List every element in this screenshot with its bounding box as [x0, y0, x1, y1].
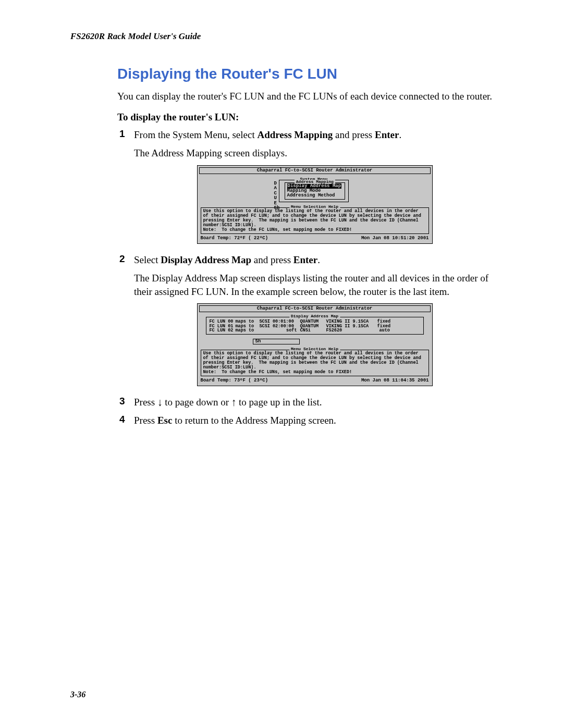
address-mapping-menu-frame: Address Mapping Display Address Map Mapp… [285, 182, 346, 200]
display-address-map-frame: Display Address Map FC LUN 00maps toSCSI… [206, 317, 424, 335]
step-4-text: Press [134, 415, 157, 426]
step-3: Press ↓ to page down or ↑ to page up in … [117, 396, 495, 409]
step-1-result: The Address Mapping screen displays. [134, 146, 495, 160]
running-header: FS2620R Rack Model User's Guide [70, 31, 495, 42]
step-3-text: Press [134, 397, 157, 408]
menu-item-addressing-method: Addressing Method [287, 193, 342, 198]
step-1-text3: . [399, 129, 401, 140]
help-frame-2: Menu Selection Help Use this option to d… [201, 350, 429, 376]
status-datetime-2: Mon Jan 08 11:04:35 2001 [361, 378, 429, 383]
menu-name-display-address-map: Display Address Map [161, 254, 251, 265]
terminal-title: Chaparral FC-to-SCSI Router Administrato… [199, 167, 431, 174]
sh-box: Sh [253, 339, 300, 344]
key-enter-2: Enter [293, 254, 317, 265]
step-2-text3: . [317, 254, 320, 265]
help-frame-label-2: Menu Selection Help [289, 347, 340, 351]
help-frame: Menu Selection Help Use this option to d… [201, 207, 429, 234]
page-number: 3-36 [70, 690, 85, 699]
key-enter: Enter [375, 129, 399, 140]
step-3-text3: to page up in the list. [236, 397, 322, 408]
status-temp-2: Board Temp: 73ºF ( 23ºC) [201, 378, 268, 383]
table-row: FC LUN 02maps tosoftCNSiFS2620auto [210, 328, 420, 333]
screenshot-address-mapping: Chaparral FC-to-SCSI Router Administrato… [197, 165, 433, 244]
step-1: From the System Menu, select Address Map… [117, 128, 495, 244]
section-title: Displaying the Router's FC LUN [117, 66, 495, 82]
step-4: Press Esc to return to the Address Mappi… [117, 414, 495, 427]
up-arrow-icon: ↑ [231, 394, 237, 409]
step-2: Select Display Address Map and press Ent… [117, 253, 495, 386]
step-1-text: From the System Menu, select [134, 129, 257, 140]
terminal-title-2: Chaparral FC-to-SCSI Router Administrato… [199, 305, 431, 312]
screenshot-display-address-map: Chaparral FC-to-SCSI Router Administrato… [197, 303, 433, 386]
address-mapping-frame-label: Address Mapping [295, 180, 335, 184]
status-temp: Board Temp: 72ºF ( 22ºC) [201, 236, 268, 241]
step-1-text2: and press [333, 129, 375, 140]
intro-paragraph: You can display the router's FC LUN and … [117, 90, 495, 103]
menu-name-address-mapping: Address Mapping [257, 129, 333, 140]
procedure-label: To display the router's LUN: [117, 112, 495, 123]
step-2-text2: and press [251, 254, 293, 265]
help-text: Use this option to display the listing o… [203, 209, 426, 232]
help-frame-label: Menu Selection Help [289, 205, 340, 209]
step-2-result: The Display Address Map screen displays … [134, 272, 495, 298]
display-address-map-label: Display Address Map [289, 314, 340, 318]
status-datetime: Mon Jan 08 10:51:20 2001 [361, 236, 429, 241]
step-2-text: Select [134, 254, 161, 265]
system-menu-frame: System Menu D A C U E Sh Address Mapping… [279, 180, 349, 202]
down-arrow-icon: ↓ [157, 394, 163, 409]
step-4-text2: to return to the Address Mapping screen. [172, 415, 336, 426]
help-text-2: Use this option to display the listing o… [203, 351, 426, 375]
key-esc: Esc [157, 415, 173, 426]
step-3-text2: to page down or [162, 397, 231, 408]
menu-side-letters: D A C U E Sh [274, 181, 280, 211]
